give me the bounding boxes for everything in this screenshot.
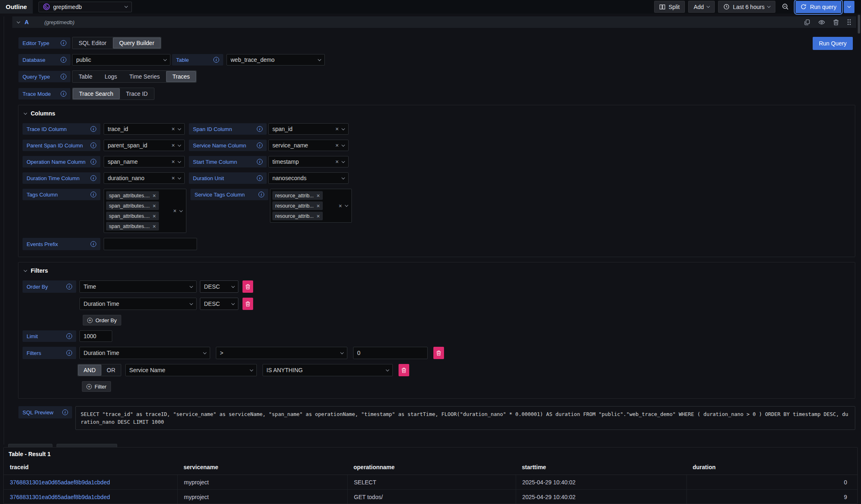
operationname-cell: SELECT: [347, 475, 516, 490]
remove-chip-icon[interactable]: ×: [152, 203, 156, 209]
run-query-button[interactable]: Run query: [795, 1, 841, 13]
delete-filter-button[interactable]: [433, 347, 444, 359]
option-traces[interactable]: Traces: [166, 71, 196, 82]
info-icon[interactable]: i: [61, 74, 66, 79]
info-icon[interactable]: i: [91, 241, 96, 247]
info-icon[interactable]: i: [91, 142, 96, 148]
span-id-column-select[interactable]: span_id ×: [268, 123, 349, 135]
trace-id-link[interactable]: 3768831301ea0d65adaef8b9da1cbded: [10, 479, 110, 486]
info-icon[interactable]: i: [66, 333, 72, 339]
service-tags-column-multiselect[interactable]: resource_attrib...× resource_attrib...× …: [270, 189, 352, 223]
remove-chip-icon[interactable]: ×: [152, 193, 156, 199]
info-icon[interactable]: i: [91, 126, 96, 132]
delete-filter-button[interactable]: [399, 364, 409, 376]
duplicate-icon[interactable]: [804, 19, 810, 25]
add-filter-button[interactable]: + Filter: [82, 381, 111, 392]
tags-column-multiselect[interactable]: span_attributes....× span_attributes....…: [104, 189, 186, 233]
remove-chip-icon[interactable]: ×: [152, 224, 156, 229]
drag-handle-icon[interactable]: [847, 19, 851, 25]
filter-field-select[interactable]: Service Name: [125, 364, 257, 376]
column-header-servicename[interactable]: servicename: [177, 461, 347, 475]
filter-operator-select[interactable]: >: [216, 347, 347, 359]
order-by-field-select[interactable]: Time: [79, 280, 197, 293]
remove-chip-icon[interactable]: ×: [317, 193, 320, 199]
clear-icon[interactable]: ×: [172, 175, 175, 181]
option-or[interactable]: OR: [102, 364, 121, 376]
info-icon[interactable]: i: [91, 175, 96, 181]
filter-field-select[interactable]: Duration Time: [79, 347, 210, 359]
start-time-column-select[interactable]: timestamp ×: [268, 156, 349, 167]
column-header-traceid[interactable]: traceid: [4, 461, 177, 475]
option-trace-search[interactable]: Trace Search: [73, 88, 120, 99]
clear-all-icon[interactable]: ×: [173, 208, 177, 214]
add-order-by-button[interactable]: + Order By: [83, 315, 121, 325]
trace-id-column-select[interactable]: trace_id ×: [104, 123, 185, 135]
remove-chip-icon[interactable]: ×: [152, 213, 156, 219]
service-name-column-select[interactable]: service_name ×: [268, 140, 349, 151]
option-trace-id[interactable]: Trace ID: [120, 88, 154, 99]
order-by-field-select[interactable]: Duration Time: [79, 298, 197, 310]
datasource-picker[interactable]: greptimedb: [39, 2, 132, 12]
filter-value-input[interactable]: 0: [353, 347, 428, 359]
info-icon[interactable]: i: [91, 192, 96, 197]
remove-chip-icon[interactable]: ×: [317, 213, 320, 219]
option-table[interactable]: Table: [73, 71, 98, 82]
remove-chip-icon[interactable]: ×: [317, 203, 320, 209]
filters-section-header[interactable]: Filters: [24, 267, 851, 274]
duration-unit-select[interactable]: nanoseconds: [268, 172, 349, 184]
time-range-picker[interactable]: Last 6 hours: [718, 1, 775, 13]
trash-icon[interactable]: [833, 19, 839, 25]
option-logs[interactable]: Logs: [98, 71, 123, 82]
info-icon[interactable]: i: [91, 159, 96, 165]
info-icon[interactable]: i: [61, 40, 66, 46]
clear-icon[interactable]: ×: [172, 126, 175, 132]
clear-icon[interactable]: ×: [335, 159, 339, 165]
add-button[interactable]: Add: [688, 1, 715, 13]
operation-name-column-select[interactable]: span_name ×: [104, 156, 185, 167]
option-and[interactable]: AND: [78, 364, 102, 376]
info-icon[interactable]: i: [213, 57, 219, 63]
order-by-direction-select[interactable]: DESC: [200, 280, 238, 293]
column-header-starttime[interactable]: starttime: [516, 461, 687, 475]
columns-section-header[interactable]: Columns: [24, 110, 851, 117]
clear-icon[interactable]: ×: [335, 142, 339, 148]
outline-button[interactable]: Outline: [0, 0, 33, 14]
run-query-dropdown-button[interactable]: [844, 1, 854, 13]
column-header-operationname[interactable]: operationname: [347, 461, 516, 475]
zoom-out-button[interactable]: [779, 1, 792, 13]
query-row-header[interactable]: A (greptimedb): [12, 16, 856, 28]
column-header-duration[interactable]: duration: [687, 461, 857, 475]
database-select[interactable]: public: [72, 54, 170, 66]
clear-icon[interactable]: ×: [172, 159, 175, 165]
info-icon[interactable]: i: [62, 409, 68, 415]
info-icon[interactable]: i: [257, 142, 263, 148]
run-query-panel-button[interactable]: Run Query: [813, 37, 853, 50]
clear-all-icon[interactable]: ×: [339, 203, 342, 209]
duration-time-column-select[interactable]: duration_nano ×: [104, 172, 185, 184]
limit-input[interactable]: 1000: [79, 330, 112, 342]
trace-id-link[interactable]: 3768831301ea0d65adaef8b9da1cbded: [10, 494, 110, 500]
parent-span-id-column-select[interactable]: parent_span_id ×: [104, 140, 185, 151]
clear-icon[interactable]: ×: [172, 142, 175, 148]
option-query-builder[interactable]: Query Builder: [113, 37, 161, 49]
table-select[interactable]: web_trace_demo: [227, 54, 325, 66]
order-by-direction-select[interactable]: DESC: [200, 298, 238, 310]
option-sql-editor[interactable]: SQL Editor: [73, 37, 113, 49]
delete-order-by-button[interactable]: [242, 298, 253, 310]
filter-operator-select[interactable]: IS ANYTHING: [263, 364, 393, 376]
info-icon[interactable]: i: [257, 175, 263, 181]
info-icon[interactable]: i: [61, 57, 66, 63]
split-button[interactable]: Split: [654, 1, 685, 13]
info-icon[interactable]: i: [66, 284, 72, 289]
collapse-chevron-icon[interactable]: [17, 20, 20, 23]
info-icon[interactable]: i: [257, 159, 263, 165]
info-icon[interactable]: i: [61, 91, 66, 97]
info-icon[interactable]: i: [66, 350, 72, 356]
clear-icon[interactable]: ×: [335, 126, 339, 132]
events-prefix-input[interactable]: [104, 238, 197, 250]
delete-order-by-button[interactable]: [242, 280, 253, 293]
eye-icon[interactable]: [818, 19, 825, 25]
info-icon[interactable]: i: [258, 192, 264, 197]
option-time-series[interactable]: Time Series: [123, 71, 166, 82]
info-icon[interactable]: i: [257, 126, 263, 132]
